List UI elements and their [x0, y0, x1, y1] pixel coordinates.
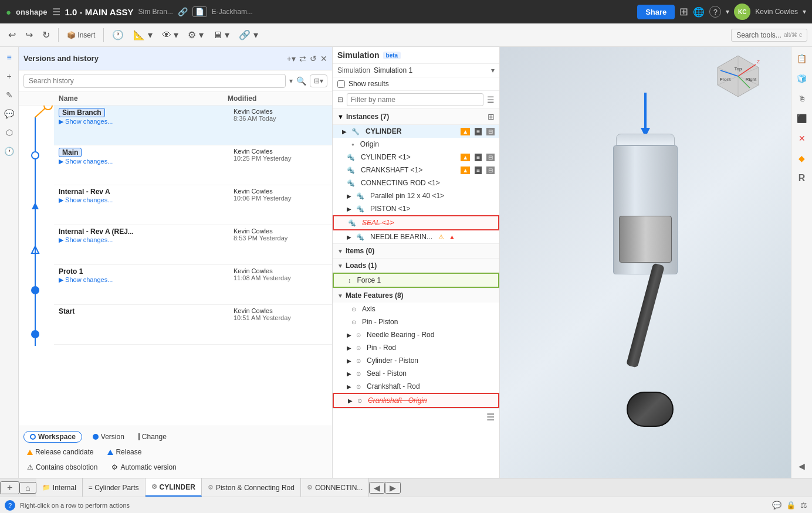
simulation-dropdown-icon[interactable]: ▾ — [491, 66, 495, 74]
status-icon-3[interactable]: ⚖ — [800, 501, 807, 509]
share-button[interactable]: Share — [637, 5, 675, 19]
show-results-checkbox[interactable] — [337, 80, 345, 88]
3d-viewport[interactable]: Make transparent ✕ Expand: connectivity … — [500, 47, 791, 478]
proto-1-changes[interactable]: ▶ Show changes... — [59, 276, 234, 284]
cp-expand-icon[interactable]: ▶ — [347, 358, 351, 364]
tab-home-button[interactable]: ⌂ — [19, 482, 36, 494]
measure-button[interactable]: 📐 ▾ — [130, 27, 155, 43]
sp-expand-icon[interactable]: ▶ — [347, 371, 351, 377]
world-icon[interactable]: 🌐 — [693, 6, 705, 18]
cylinder-expand-icon[interactable]: ▶ — [342, 128, 347, 135]
workspace-button[interactable]: Workspace — [23, 431, 82, 443]
version-item-proto-1[interactable]: Proto 1 ▶ Show changes... Kevin Cowles 1… — [54, 265, 332, 305]
sim-item-seal-1[interactable]: 🔩 SEAL <1> — [333, 215, 499, 230]
sidebar-icon-comments[interactable]: 💬 — [2, 107, 16, 121]
sim-item-piston-1[interactable]: ▶ 🔩 PISTON <1> — [333, 202, 499, 215]
sim-item-origin[interactable]: ● Origin — [333, 138, 499, 151]
sim-list-icon[interactable]: ☰ — [486, 412, 495, 423]
version-item-internal-rev-a[interactable]: Internal - Rev A ▶ Show changes... Kevin… — [54, 185, 332, 225]
versions-add-icon[interactable]: +▾ — [287, 54, 296, 63]
mate-feature-axis[interactable]: ⊙ Axis — [333, 303, 499, 315]
sim-item-needle-bearing[interactable]: ▶ 🔩 NEEDLE BEARIN... ⚠ ▲ — [333, 230, 499, 243]
right-icon-x[interactable]: ✕ — [794, 130, 810, 147]
cylinder-icon-3[interactable]: ⊟ — [486, 128, 495, 135]
eye-button[interactable]: 👁 ▾ — [158, 27, 182, 43]
right-icon-diamond[interactable]: ◆ — [794, 150, 810, 167]
show-results-label[interactable]: Show results — [349, 80, 389, 88]
versions-refresh-icon[interactable]: ↺ — [310, 54, 317, 63]
hamburger-icon[interactable]: ☰ — [52, 6, 60, 18]
automatic-version-button[interactable]: ⚙ Automatic version — [108, 461, 180, 473]
tab-add-button[interactable]: + — [0, 481, 19, 494]
right-icon-3d[interactable]: 🧊 — [794, 70, 810, 87]
mate-feature-pin-rod[interactable]: ▶ ⊙ Pin - Rod — [333, 341, 499, 354]
mate-feature-crankshaft-rod[interactable]: ▶ ⊙ Crankshaft - Rod — [333, 380, 499, 393]
crankshaft1-icon-right2[interactable]: ≡ — [475, 167, 482, 174]
menu-icon[interactable]: ☰ — [487, 95, 495, 104]
items-header[interactable]: ▼ Items (0) — [333, 244, 499, 258]
search-input[interactable] — [23, 74, 286, 88]
search-dropdown-icon[interactable]: ▾ — [289, 77, 293, 85]
redo-button[interactable]: ↪ — [22, 27, 36, 43]
mate-feature-seal-piston[interactable]: ▶ ⊙ Seal - Piston — [333, 367, 499, 380]
change-button[interactable]: Change — [135, 431, 170, 443]
apps-icon[interactable]: ⊞ — [679, 5, 688, 18]
items-collapse-icon[interactable]: ▼ — [337, 248, 343, 254]
search-tools-button[interactable]: Search tools... alt/⌘ c — [731, 29, 807, 42]
cylinder-icon-1[interactable]: ▲ — [461, 128, 470, 135]
piston1-expand-icon[interactable]: ▶ — [347, 206, 351, 212]
nbr-expand-icon[interactable]: ▶ — [347, 332, 351, 338]
help-icon[interactable]: ? — [709, 6, 721, 18]
contains-obsolotion-button[interactable]: ⚠ Contains obsolotion — [23, 461, 101, 473]
tab-nav-right[interactable]: ▶ — [385, 482, 401, 494]
versions-swap-icon[interactable]: ⇄ — [299, 54, 306, 63]
version-item-sim-branch[interactable]: Sim Branch ▶ Show changes... Kevin Cowle… — [54, 106, 332, 145]
status-help-icon[interactable]: ? — [5, 500, 15, 511]
release-button[interactable]: Release — [104, 446, 145, 458]
tab-nav-left[interactable]: ◀ — [369, 482, 385, 494]
dropdown-arrow-icon[interactable]: ▾ — [726, 8, 729, 16]
instances-add-icon[interactable]: ⊞ — [488, 112, 495, 121]
instances-collapse-icon[interactable]: ▼ — [337, 113, 344, 120]
clock-button[interactable]: 🕐 — [109, 27, 127, 43]
crankshaft1-icon-right3[interactable]: ⊟ — [486, 167, 495, 174]
mate-feature-pin-piston[interactable]: ⊙ Pin - Piston — [333, 315, 499, 328]
version-item-start[interactable]: Start Kevin Cowles 10:51 AM Yesterday — [54, 305, 332, 345]
right-icon-square[interactable]: ⬛ — [794, 110, 810, 127]
instances-header[interactable]: ▼ Instances (7) ⊞ — [333, 109, 499, 125]
sim-item-force1[interactable]: ↕ Force 1 — [333, 273, 499, 288]
crankshaft1-icon-right[interactable]: ▲ — [461, 167, 470, 174]
right-icon-r[interactable]: R — [794, 170, 810, 186]
tab-internal[interactable]: 📁 Internal — [36, 478, 83, 497]
tab-cylinder-parts[interactable]: = Cylinder Parts — [83, 478, 146, 497]
release-candidate-button[interactable]: Release candidate — [23, 446, 97, 458]
cylinder1-icon-right2[interactable]: ≡ — [475, 154, 482, 161]
nav-cube[interactable]: Top Right Front Z — [715, 53, 762, 100]
sim-item-parallel-pin[interactable]: ▶ 🔩 Parallel pin 12 x 40 <1> — [333, 189, 499, 202]
sidebar-icon-history[interactable]: 🕐 — [2, 144, 16, 158]
internal-rev-a-changes[interactable]: ▶ Show changes... — [59, 196, 234, 204]
needle-bearing-expand-icon[interactable]: ▶ — [347, 234, 351, 240]
sim-item-crankshaft-1[interactable]: 🔩 CRANKSHAFT <1> ▲ ≡ ⊟ — [333, 164, 499, 176]
sim-item-cylinder-1[interactable]: 🔩 CYLINDER <1> ▲ ≡ ⊟ — [333, 151, 499, 164]
parallel-pin-expand-icon[interactable]: ▶ — [347, 193, 351, 199]
sim-item-cylinder[interactable]: ▶ 🔧 CYLINDER ▲ ≡ ⊟ — [333, 125, 499, 138]
sidebar-icon-add[interactable]: + — [2, 69, 16, 83]
cylinder1-icon-right[interactable]: ▲ — [461, 154, 470, 161]
mate-feature-cylinder-piston[interactable]: ▶ ⊙ Cylinder - Piston — [333, 354, 499, 367]
cylinder1-icon-right3[interactable]: ⊟ — [486, 154, 495, 161]
search-execute-button[interactable]: 🔍 — [296, 76, 306, 86]
co-expand-icon[interactable]: ▶ — [348, 398, 353, 404]
link-tool-button[interactable]: 🔗 ▾ — [235, 27, 261, 43]
status-icon-1[interactable]: 💬 — [772, 501, 781, 509]
main-changes[interactable]: ▶ Show changes... — [59, 158, 234, 165]
undo-button[interactable]: ↩ — [5, 27, 19, 43]
loads-collapse-icon[interactable]: ▼ — [337, 263, 343, 269]
sidebar-icon-versions[interactable]: ≡ — [2, 50, 16, 64]
version-button[interactable]: Version — [89, 431, 128, 443]
cr-expand-icon[interactable]: ▶ — [347, 383, 351, 390]
sim-branch-changes[interactable]: ▶ Show changes... — [59, 118, 234, 125]
mate-feature-crankshaft-origin[interactable]: ▶ ⊙ Crankshaft - Origin — [333, 393, 499, 408]
cylinder-icon-2[interactable]: ≡ — [475, 128, 482, 135]
filter-input[interactable] — [347, 93, 483, 106]
